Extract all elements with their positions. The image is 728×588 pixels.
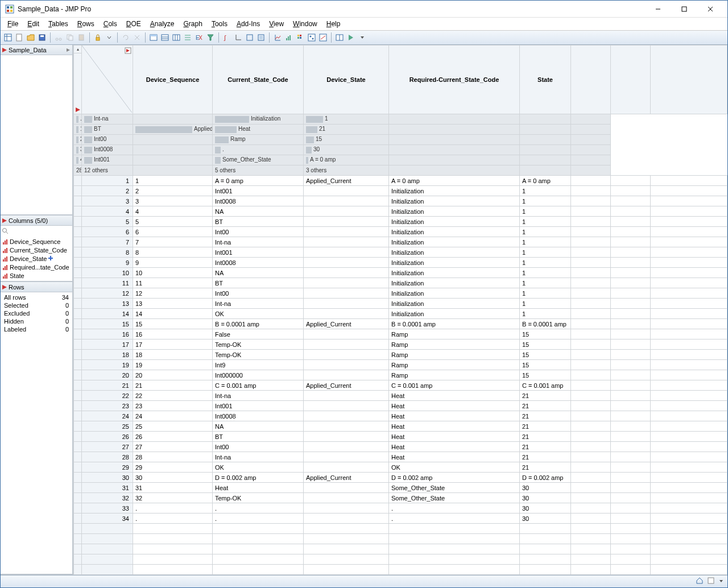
cell[interactable] — [304, 421, 389, 432]
summary-cell[interactable]: 15 — [304, 135, 389, 145]
formula-icon[interactable]: ∫ — [222, 32, 232, 43]
row-number[interactable]: 10 — [82, 268, 133, 278]
cell[interactable]: . — [133, 503, 213, 514]
summary-cell[interactable] — [133, 165, 213, 176]
cell[interactable]: 15 — [520, 370, 571, 380]
axis-icon[interactable] — [233, 32, 243, 43]
cell[interactable] — [304, 514, 389, 524]
filter-icon[interactable] — [205, 32, 216, 43]
cell[interactable]: 21 — [520, 442, 571, 452]
cell[interactable]: Initialization — [389, 227, 520, 237]
cell[interactable]: 30 — [133, 473, 213, 483]
cell[interactable]: 1 — [520, 196, 571, 206]
cell[interactable]: 21 — [133, 380, 213, 391]
cell[interactable]: 1 — [520, 268, 571, 278]
table-row[interactable]: 66Int00Initialization1 — [74, 227, 727, 237]
table2-icon[interactable] — [160, 32, 170, 43]
cell[interactable]: A = 0 amp — [520, 176, 571, 186]
cell[interactable]: OK — [389, 462, 520, 473]
cell[interactable]: Int00 — [213, 227, 304, 237]
platform2-icon[interactable] — [256, 32, 266, 43]
cell[interactable] — [304, 452, 389, 462]
cell[interactable] — [304, 462, 389, 473]
row-stat[interactable]: Hidden0 — [2, 317, 71, 325]
cell[interactable] — [304, 350, 389, 360]
cell[interactable]: Heat — [389, 391, 520, 401]
row-number[interactable]: 8 — [82, 247, 133, 258]
chart1-icon[interactable] — [307, 32, 317, 43]
cell[interactable]: . — [213, 514, 304, 524]
summary-cell[interactable]: Int0008 — [82, 145, 133, 155]
table-row-empty[interactable] — [74, 524, 727, 534]
cell[interactable]: 30 — [520, 503, 571, 514]
menu-file[interactable]: File — [3, 19, 23, 29]
list-icon[interactable] — [183, 32, 193, 43]
cell[interactable]: BT — [213, 278, 304, 288]
cell[interactable] — [304, 186, 389, 196]
minimize-button[interactable] — [646, 1, 671, 17]
cell[interactable]: 11 — [133, 278, 213, 288]
cell[interactable] — [304, 432, 389, 442]
cell[interactable]: Ramp — [389, 370, 520, 380]
summary-cell[interactable]: Initialization — [213, 114, 304, 125]
column-item[interactable]: Current_State_Code — [2, 246, 71, 254]
cell[interactable]: Int9 — [213, 360, 304, 370]
row-stat[interactable]: Selected0 — [2, 301, 71, 309]
cell[interactable]: 1 — [520, 247, 571, 258]
cell[interactable]: 5 — [133, 217, 213, 227]
summary-cell[interactable]: . — [213, 145, 304, 155]
summary-cell[interactable]: . — [74, 114, 82, 125]
cell[interactable]: 1 — [520, 237, 571, 247]
cell[interactable] — [304, 339, 389, 350]
summary-cell[interactable]: 4 — [74, 155, 82, 165]
cell[interactable]: 8 — [133, 247, 213, 258]
menu-tools[interactable]: Tools — [207, 19, 232, 29]
rerun-icon[interactable] — [121, 32, 131, 43]
row-number[interactable]: 34 — [82, 514, 133, 524]
cell[interactable]: 26 — [133, 432, 213, 442]
cell[interactable]: 25 — [133, 421, 213, 432]
cell[interactable]: Heat — [389, 452, 520, 462]
table-row[interactable]: 1313Int-naInitialization1 — [74, 299, 727, 309]
row-number[interactable]: 21 — [82, 380, 133, 391]
cell[interactable]: . — [389, 503, 520, 514]
row-number[interactable]: 23 — [82, 401, 133, 411]
dist-icon[interactable] — [295, 32, 305, 43]
cell[interactable]: 14 — [133, 309, 213, 319]
cell[interactable]: Temp-OK — [213, 493, 304, 503]
cell[interactable] — [304, 278, 389, 288]
row-number[interactable]: 17 — [82, 339, 133, 350]
row-number[interactable]: 3 — [82, 196, 133, 206]
cell[interactable]: Heat — [389, 421, 520, 432]
cell[interactable]: D = 0.002 amp — [213, 473, 304, 483]
cell[interactable]: OK — [213, 309, 304, 319]
cell[interactable]: Some_Other_State — [389, 493, 520, 503]
close-button[interactable] — [698, 1, 723, 17]
table-row[interactable]: 1818Temp-OKRamp15 — [74, 350, 727, 360]
row-number[interactable]: 11 — [82, 278, 133, 288]
cell[interactable]: 15 — [520, 339, 571, 350]
summary-cell[interactable]: 21 — [304, 125, 389, 135]
col-header-empty[interactable] — [651, 45, 727, 114]
cell[interactable]: . — [133, 514, 213, 524]
row-number[interactable]: 25 — [82, 421, 133, 432]
cell[interactable]: C = 0.001 amp — [213, 380, 304, 391]
cell[interactable]: Heat — [389, 442, 520, 452]
menu-doe[interactable]: DOE — [122, 19, 146, 29]
cell[interactable] — [304, 360, 389, 370]
platform1-icon[interactable] — [245, 32, 255, 43]
summary-cell[interactable]: Heat — [213, 125, 304, 135]
cell[interactable]: 6 — [133, 227, 213, 237]
cell[interactable]: Int001 — [213, 401, 304, 411]
cell[interactable]: Initialization — [389, 186, 520, 196]
menu-help[interactable]: Help — [322, 19, 345, 29]
summary-cell[interactable]: Ramp — [213, 135, 304, 145]
copy-icon[interactable] — [65, 32, 75, 43]
summary-cell[interactable] — [133, 145, 213, 155]
cell[interactable]: 1 — [520, 258, 571, 268]
table-name[interactable]: Sample_Data — [9, 47, 65, 53]
cell[interactable]: Initialization — [389, 309, 520, 319]
menu-view[interactable]: View — [264, 19, 288, 29]
table-row[interactable]: 2929OKOK21 — [74, 462, 727, 473]
row-number[interactable]: 27 — [82, 442, 133, 452]
